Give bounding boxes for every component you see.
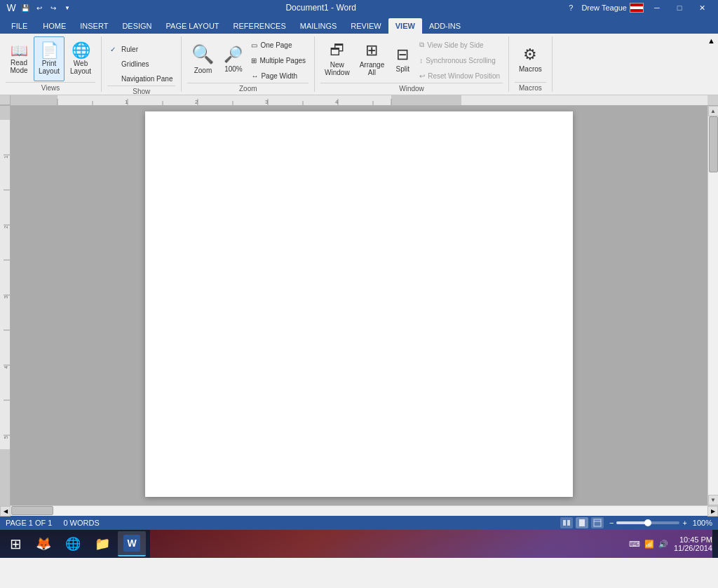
save-icon[interactable]: 💾: [20, 2, 31, 13]
read-mode-button[interactable]: 📖 ReadMode: [6, 36, 32, 81]
scroll-left-button[interactable]: ◀: [0, 506, 11, 517]
zoom-100-button[interactable]: 🔎 100%: [219, 36, 247, 81]
taskbar-wallpaper-preview: [150, 530, 712, 558]
tab-mailings[interactable]: MAILINGS: [293, 18, 344, 34]
redo-icon[interactable]: ↪: [48, 2, 59, 13]
page-width-icon: ↔: [251, 72, 258, 80]
window-group-label: Window: [320, 83, 503, 93]
tab-review[interactable]: REVIEW: [344, 18, 388, 34]
svg-rect-2: [391, 95, 461, 105]
print-layout-status-button[interactable]: [576, 517, 588, 528]
volume-icon[interactable]: 🔊: [658, 540, 668, 549]
quick-access-more[interactable]: ▼: [62, 2, 73, 13]
reset-window-label: Reset Window Position: [428, 72, 500, 80]
zoom-in-button[interactable]: +: [682, 519, 686, 527]
arrange-all-label: ArrangeAll: [360, 61, 385, 76]
print-layout-button[interactable]: 📄 PrintLayout: [34, 36, 65, 81]
views-buttons: 📖 ReadMode 📄 PrintLayout 🌐 WebLayout: [6, 36, 95, 82]
zoom-label: Zoom: [194, 67, 212, 74]
scroll-thumb[interactable]: [709, 116, 718, 172]
maximize-button[interactable]: □: [669, 1, 690, 14]
navigation-pane-label: Navigation Pane: [121, 75, 172, 83]
new-window-icon: 🗗: [330, 41, 345, 60]
view-side-by-side-button[interactable]: ⧉ View Side by Side: [416, 38, 503, 52]
tab-file[interactable]: FILE: [3, 18, 36, 34]
keyboard-icon[interactable]: ⌨: [629, 540, 640, 549]
start-button[interactable]: ⊞: [3, 531, 28, 556]
arrange-all-button[interactable]: ⊞ ArrangeAll: [355, 36, 389, 81]
taskbar-clock[interactable]: 10:45 PM 11/26/2014: [674, 535, 712, 552]
ribbon-group-views: 📖 ReadMode 📄 PrintLayout 🌐 WebLayout Vie…: [0, 36, 102, 92]
taskbar-word[interactable]: W: [118, 531, 146, 556]
page-status: PAGE 1 OF 1: [6, 519, 52, 527]
document-page[interactable]: [145, 111, 573, 497]
tab-home[interactable]: HOME: [36, 18, 73, 34]
ribbon-group-window: 🗗 NewWindow ⊞ ArrangeAll ⊟ Split ⧉ View …: [315, 36, 509, 92]
quick-access-toolbar: W 💾 ↩ ↪ ▼: [6, 2, 73, 13]
view-mode-icons: [560, 517, 604, 528]
zoom-100-icon: 🔎: [224, 46, 243, 64]
h-scroll-track: [11, 506, 707, 516]
ribbon-collapse-button[interactable]: ▲: [705, 34, 718, 48]
multiple-pages-button[interactable]: ⊞ Multiple Pages: [248, 53, 309, 67]
gridlines-checkbox[interactable]: ✓ Gridlines: [107, 57, 175, 71]
tab-add-ins[interactable]: ADD-INS: [422, 18, 468, 34]
top-ruler: 1 2 3 4: [11, 95, 707, 105]
svg-text:5: 5: [4, 436, 8, 439]
ie-icon: 🌐: [65, 536, 81, 552]
one-page-button[interactable]: ▭ One Page: [248, 38, 309, 52]
tab-page-layout[interactable]: PAGE LAYOUT: [159, 18, 226, 34]
network-icon[interactable]: 📶: [644, 540, 654, 549]
zoom-button[interactable]: 🔍 Zoom: [187, 36, 218, 81]
read-mode-status-button[interactable]: [560, 517, 573, 528]
tab-view[interactable]: VIEW: [388, 18, 422, 34]
status-right: − + 100%: [560, 517, 712, 528]
user-name[interactable]: Drew Teague: [581, 4, 627, 12]
svg-text:1: 1: [4, 156, 8, 158]
macros-button[interactable]: ⚙ Macros: [515, 36, 546, 81]
new-window-label: NewWindow: [325, 61, 350, 76]
show-checkboxes: ✓ Ruler ✓ Gridlines ✓ Navigation Pane: [107, 36, 175, 86]
zoom-slider-track[interactable]: [616, 521, 679, 524]
navigation-pane-checkbox[interactable]: ✓ Navigation Pane: [107, 71, 175, 86]
h-scroll-thumb[interactable]: [11, 506, 53, 515]
tab-design[interactable]: DESIGN: [115, 18, 158, 34]
taskbar-ie[interactable]: 🌐: [59, 531, 87, 556]
zoom-slider-thumb[interactable]: [644, 519, 651, 526]
undo-icon[interactable]: ↩: [34, 2, 45, 13]
zoom-out-button[interactable]: −: [609, 519, 614, 527]
taskbar-firefox[interactable]: 🦊: [29, 531, 57, 556]
ribbon-tabs: FILE HOME INSERT DESIGN PAGE LAYOUT REFE…: [0, 15, 718, 34]
page-width-button[interactable]: ↔ Page Width: [248, 69, 309, 83]
svg-text:1: 1: [125, 99, 128, 105]
help-icon[interactable]: ?: [569, 4, 573, 12]
split-label: Split: [395, 65, 409, 73]
svg-text:3: 3: [265, 99, 269, 105]
scroll-up-button[interactable]: ▲: [708, 106, 719, 116]
minimize-button[interactable]: ─: [646, 1, 668, 14]
taskbar-folder[interactable]: 📁: [88, 531, 116, 556]
scroll-right-button[interactable]: ▶: [707, 506, 718, 517]
web-layout-status-button[interactable]: [591, 517, 604, 528]
svg-rect-36: [567, 520, 570, 526]
close-button[interactable]: ✕: [691, 1, 712, 14]
reset-window-button[interactable]: ↩ Reset Window Position: [416, 69, 503, 83]
user-area: ? Drew Teague ─ □ ✕: [569, 1, 712, 14]
sync-scrolling-button[interactable]: ↕ Synchronous Scrolling: [416, 53, 503, 67]
scroll-down-button[interactable]: ▼: [708, 495, 719, 505]
tab-insert[interactable]: INSERT: [73, 18, 115, 34]
views-group-label: Views: [6, 82, 95, 92]
right-scrollbar: ▲ ▼: [707, 106, 718, 505]
zoom-options: ▭ One Page ⊞ Multiple Pages ↔ Page Width: [248, 36, 309, 83]
ribbon-group-show: ✓ Ruler ✓ Gridlines ✓ Navigation Pane Sh…: [102, 36, 182, 92]
new-window-button[interactable]: 🗗 NewWindow: [320, 36, 354, 81]
one-page-icon: ▭: [251, 41, 257, 49]
svg-rect-18: [0, 106, 11, 505]
sync-scroll-label: Synchronous Scrolling: [426, 57, 496, 64]
ruler-checkbox[interactable]: ✓ Ruler: [107, 42, 175, 56]
split-button[interactable]: ⊟ Split: [390, 36, 415, 81]
reset-window-icon: ↩: [419, 72, 425, 80]
tab-references[interactable]: REFERENCES: [226, 18, 293, 34]
zoom-control: − + 100%: [609, 519, 712, 527]
web-layout-button[interactable]: 🌐 WebLayout: [66, 36, 95, 81]
